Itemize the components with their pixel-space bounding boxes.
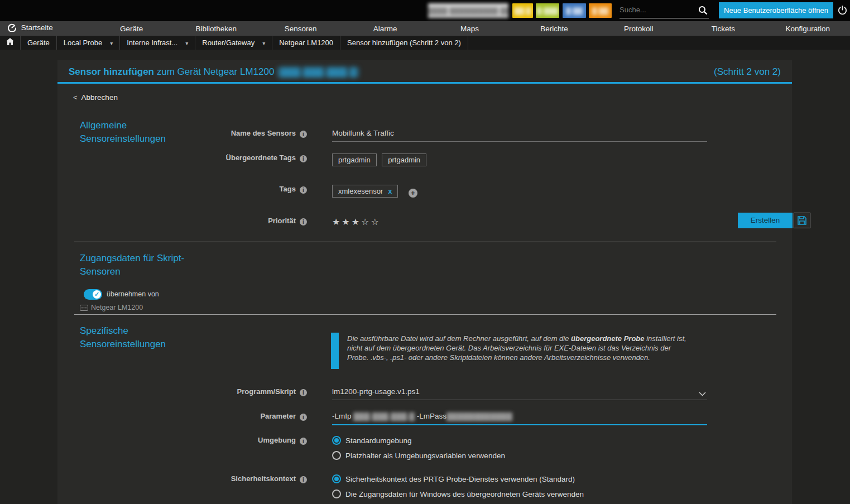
cancel-button[interactable]: <Abbrechen <box>73 93 118 102</box>
breadcrumb-home[interactable] <box>0 36 21 50</box>
info-icon[interactable]: i <box>300 218 307 225</box>
status-badge-paused[interactable]: ▓ ▓▓ <box>563 3 586 18</box>
badge-count: ▓ ▓▓ <box>592 7 609 15</box>
create-button[interactable]: Erstellen <box>738 213 793 228</box>
home-icon <box>6 39 14 47</box>
chevron-down-icon[interactable]: ▾ <box>262 40 265 46</box>
add-tag-icon[interactable]: + <box>409 189 417 198</box>
main-nav: Startseite Geräte Bibliotheken Sensoren … <box>0 21 850 36</box>
parent-device-link[interactable]: Netgear LM1200 <box>80 304 143 311</box>
environment-label: Umgebungi <box>57 436 307 445</box>
security-context-label: Sicherheitskontexti <box>57 474 307 483</box>
breadcrumb-item-geraete[interactable]: Geräte <box>21 36 57 50</box>
section-divider <box>74 242 776 242</box>
parameter-label: Parameteri <box>57 412 307 421</box>
breadcrumb-item-netgear-lm1200[interactable]: Netgear LM1200 <box>272 36 340 50</box>
title-rest: zum Gerät Netgear LM1200 <box>154 66 277 77</box>
info-icon[interactable]: i <box>300 131 307 138</box>
status-badge-device[interactable]: ▓▓▓▓ ▓▓▓▓▓▓▓▓▓▓ ▓▓ <box>428 3 508 18</box>
toggle-check-icon: ✓ <box>93 290 101 299</box>
nav-item-geraete[interactable]: Geräte <box>89 25 174 33</box>
wizard-step-label: (Schritt 2 von 2) <box>714 60 781 84</box>
radio-probe-security-context[interactable]: Sicherheitskontext des PRTG Probe-Dienst… <box>332 474 584 484</box>
priority-stars[interactable]: ★★★☆☆ <box>332 217 381 227</box>
panel-header: Sensor hinzufügen zum Gerät Netgear LM12… <box>57 60 792 84</box>
info-icon[interactable]: i <box>300 389 307 396</box>
device-name: Netgear LM1200 <box>91 304 143 311</box>
program-label: Programm/Skripti <box>57 387 307 396</box>
nav-item-protokoll[interactable]: Protokoll <box>597 25 681 33</box>
program-select[interactable]: lm1200-prtg-usage.v1.ps1 <box>332 387 707 400</box>
save-button[interactable] <box>794 213 810 228</box>
info-icon[interactable]: i <box>300 438 307 445</box>
radio-icon <box>332 451 341 460</box>
nav-item-bibliotheken[interactable]: Bibliotheken <box>174 25 258 33</box>
radio-icon <box>332 489 341 498</box>
nav-item-startseite[interactable]: Startseite <box>0 23 89 33</box>
search-box <box>620 4 709 18</box>
nav-item-tickets[interactable]: Tickets <box>681 25 765 33</box>
nav-label: Startseite <box>21 23 53 32</box>
search-input[interactable] <box>620 6 693 14</box>
chevron-down-icon[interactable]: ▾ <box>185 40 188 46</box>
breadcrumb-item-interne-infrastruktur[interactable]: Interne Infrast...▾ <box>120 36 195 50</box>
radio-placeholder-environment[interactable]: Platzhalter als Umgebungsvariablen verwe… <box>332 451 505 460</box>
tag-label: xmlexesensor <box>338 187 383 195</box>
tag-chip: xmlexesensorx <box>332 185 398 198</box>
remove-tag-icon[interactable]: x <box>388 187 392 195</box>
logout-power-icon[interactable] <box>837 5 848 16</box>
device-icon <box>80 305 88 311</box>
search-icon[interactable] <box>698 6 708 17</box>
crumb-label: Router/Gateway <box>202 39 254 47</box>
info-box-accent-bar <box>331 333 339 369</box>
breadcrumb-item-sensor-hinzufuegen[interactable]: Sensor hinzufügen (Schritt 2 von 2) <box>340 36 468 50</box>
chevron-down-icon <box>699 390 706 398</box>
radio-standard-environment[interactable]: Standardumgebung <box>332 436 505 445</box>
status-badge-unusual[interactable]: ▓ ▓▓ <box>589 3 612 18</box>
floppy-icon <box>798 216 806 225</box>
section-heading-credentials: Zugangsdaten für Skript-Sensoren <box>80 252 211 279</box>
crumb-label: Interne Infrast... <box>127 39 177 47</box>
program-value: lm1200-prtg-usage.v1.ps1 <box>332 387 420 396</box>
radio-selected-icon <box>332 436 341 445</box>
redacted-password-value: ▓▓▓▓▓▓▓▓▓▓▓▓ <box>446 412 512 420</box>
sensor-name-input[interactable]: Mobilfunk & Traffic <box>332 129 707 142</box>
info-icon[interactable]: i <box>300 186 307 194</box>
nav-item-alarme[interactable]: Alarme <box>343 25 427 33</box>
nav-item-konfiguration[interactable]: Konfiguration <box>766 25 850 33</box>
redacted-device-ip: [▓▓▓.▓▓▓.▓▓▓.▓] <box>277 66 359 77</box>
parent-tags-label: Übergeordnete Tagsi <box>57 153 307 162</box>
chevron-down-icon[interactable]: ▾ <box>110 40 113 46</box>
badge-count: ▓ ▓▓ <box>566 7 583 15</box>
info-icon[interactable]: i <box>300 476 307 483</box>
page-title: Sensor hinzufügen zum Gerät Netgear LM12… <box>69 60 359 84</box>
priority-label: Prioritäti <box>57 217 307 225</box>
name-label: Name des Sensorsi <box>57 129 307 138</box>
inherit-toggle[interactable]: ✓ <box>84 289 102 300</box>
info-icon[interactable]: i <box>300 155 307 162</box>
crumb-label: Local Probe <box>64 39 102 47</box>
parent-tag-chip: prtgadmin <box>332 153 377 166</box>
tags-label: Tagsi <box>57 185 307 194</box>
status-badge-up[interactable]: ▓ ▓▓▓ <box>536 3 559 18</box>
info-box-text: Die ausführbare Datei wird auf dem Rechn… <box>347 334 692 362</box>
inherit-toggle-label: übernehmen von <box>107 290 159 298</box>
prtg-logo-icon <box>8 25 18 33</box>
nav-item-sensoren[interactable]: Sensoren <box>258 25 343 33</box>
parameter-input[interactable]: -LmIp ▓▓▓.▓▓▓.▓▓▓.▓ -LmPass▓▓▓▓▓▓▓▓▓▓▓▓ <box>332 412 707 425</box>
nav-item-berichte[interactable]: Berichte <box>512 25 596 33</box>
cancel-label: Abbrechen <box>81 93 118 102</box>
open-new-ui-button[interactable]: Neue Benutzeroberfläche öffnen <box>719 2 833 18</box>
radio-windows-credentials[interactable]: Die Zugangsdaten für Windows des übergeo… <box>332 489 584 499</box>
add-sensor-panel: Sensor hinzufügen zum Gerät Netgear LM12… <box>57 60 792 504</box>
breadcrumb: Geräte Local Probe▾ Interne Infrast...▾ … <box>0 36 850 50</box>
breadcrumb-item-router-gateway[interactable]: Router/Gateway▾ <box>195 36 272 50</box>
title-bold: Sensor hinzufügen <box>69 66 154 77</box>
parent-tag-chip: prtgadmin <box>382 153 426 166</box>
section-heading-specific: Spezifische Sensoreinstellungen <box>80 324 197 351</box>
info-icon[interactable]: i <box>300 414 307 421</box>
section-divider <box>74 314 776 315</box>
breadcrumb-item-local-probe[interactable]: Local Probe▾ <box>57 36 120 50</box>
status-badge-warning[interactable]: ▓▓ ▓ <box>512 3 533 18</box>
nav-item-maps[interactable]: Maps <box>428 25 512 33</box>
